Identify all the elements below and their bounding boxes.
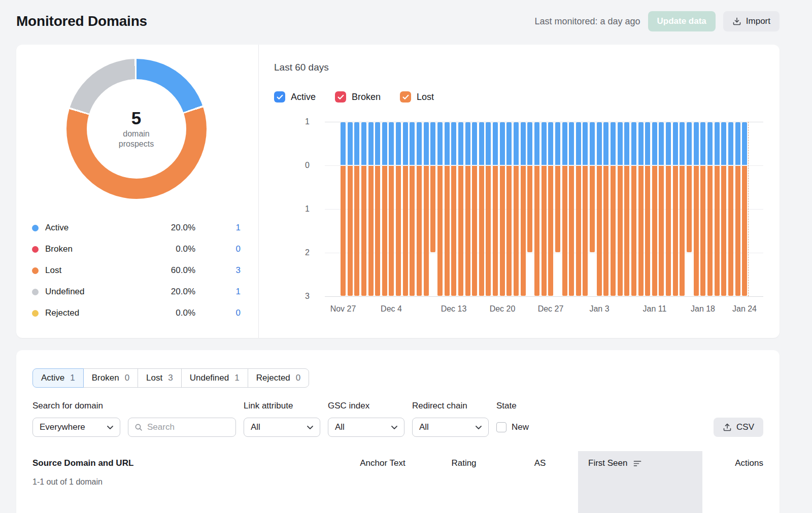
bar-day-28[interactable] xyxy=(534,122,539,296)
bar-day-22[interactable] xyxy=(493,122,498,296)
bar-day-31[interactable] xyxy=(555,122,560,296)
bar-day-46[interactable] xyxy=(659,122,664,296)
bar-day-5[interactable] xyxy=(375,122,380,296)
legend-count-link[interactable]: 1 xyxy=(195,223,241,233)
bar-day-48[interactable] xyxy=(673,122,678,296)
bar-day-0[interactable] xyxy=(341,122,346,296)
bar-day-10[interactable] xyxy=(410,122,415,296)
col-as[interactable]: AS xyxy=(502,458,578,468)
bar-day-35[interactable] xyxy=(583,122,588,296)
tab-label: Broken xyxy=(92,373,119,383)
tab-undefined[interactable]: Undefined1 xyxy=(181,368,248,388)
toggle-broken[interactable]: Broken xyxy=(335,91,381,102)
sort-descending-icon[interactable] xyxy=(633,460,641,467)
current-day-marker xyxy=(748,122,749,296)
bar-day-15[interactable] xyxy=(445,122,450,296)
bar-day-57[interactable] xyxy=(735,122,740,296)
bar-day-8[interactable] xyxy=(396,122,401,296)
bar-day-37[interactable] xyxy=(597,122,602,296)
checkbox-new-box[interactable] xyxy=(496,422,506,432)
tab-lost[interactable]: Lost3 xyxy=(138,368,182,388)
bar-day-45[interactable] xyxy=(652,122,657,296)
bar-day-21[interactable] xyxy=(486,122,491,296)
checkbox-lost-icon[interactable] xyxy=(400,91,411,102)
bar-day-38[interactable] xyxy=(603,122,608,296)
update-data-button[interactable]: Update data xyxy=(648,11,716,31)
checkbox-active-icon[interactable] xyxy=(274,91,285,102)
x-tick-label: Dec 20 xyxy=(490,304,516,314)
bar-day-32[interactable] xyxy=(562,122,567,296)
legend-count-link[interactable]: 0 xyxy=(195,308,241,318)
bar-day-19[interactable] xyxy=(472,122,477,296)
bar-day-4[interactable] xyxy=(368,122,374,296)
bar-day-29[interactable] xyxy=(542,122,547,296)
bar-day-13[interactable] xyxy=(430,122,435,296)
checkbox-broken-icon[interactable] xyxy=(335,91,346,102)
col-anchor-text[interactable]: Anchor Text xyxy=(340,458,426,468)
export-csv-button[interactable]: CSV xyxy=(714,418,763,437)
bar-segment-active xyxy=(354,122,359,165)
bar-day-17[interactable] xyxy=(458,122,463,296)
bar-day-24[interactable] xyxy=(506,122,512,296)
bar-day-55[interactable] xyxy=(721,122,726,296)
col-rating[interactable]: Rating xyxy=(426,458,502,468)
domain-search-input[interactable] xyxy=(147,422,229,432)
donut-legend: Active20.0%1Broken0.0%0Lost60.0%3Undefin… xyxy=(32,217,241,324)
bar-day-53[interactable] xyxy=(707,122,713,296)
bar-day-54[interactable] xyxy=(715,122,720,296)
toggle-active[interactable]: Active xyxy=(274,91,316,102)
bar-day-40[interactable] xyxy=(618,122,623,296)
bar-day-42[interactable] xyxy=(631,122,636,296)
bar-segment-active xyxy=(555,122,560,165)
bar-day-34[interactable] xyxy=(576,122,581,296)
bar-day-33[interactable] xyxy=(569,122,574,296)
bar-day-49[interactable] xyxy=(680,122,685,296)
bar-day-1[interactable] xyxy=(348,122,353,296)
legend-count-link[interactable]: 1 xyxy=(195,287,241,297)
bar-day-2[interactable] xyxy=(354,122,359,296)
import-button[interactable]: Import xyxy=(723,11,780,31)
bar-day-26[interactable] xyxy=(521,122,526,296)
bar-day-47[interactable] xyxy=(666,122,671,296)
bar-day-39[interactable] xyxy=(611,122,616,296)
bar-day-3[interactable] xyxy=(361,122,366,296)
tab-active[interactable]: Active1 xyxy=(32,368,84,388)
bar-day-11[interactable] xyxy=(417,122,422,296)
bar-day-25[interactable] xyxy=(514,122,519,296)
bar-day-30[interactable] xyxy=(548,122,553,296)
bar-day-6[interactable] xyxy=(382,122,387,296)
link-attribute-select[interactable]: All xyxy=(244,418,320,437)
bar-day-7[interactable] xyxy=(389,122,394,296)
bar-day-20[interactable] xyxy=(479,122,484,296)
tab-broken[interactable]: Broken0 xyxy=(83,368,138,388)
bar-day-58[interactable] xyxy=(742,122,747,296)
bar-day-41[interactable] xyxy=(624,122,629,296)
bar-day-23[interactable] xyxy=(500,122,505,296)
bar-day-56[interactable] xyxy=(728,122,733,296)
toggle-lost[interactable]: Lost xyxy=(400,91,434,102)
tab-rejected[interactable]: Rejected0 xyxy=(248,368,310,388)
redirect-chain-select[interactable]: All xyxy=(412,418,489,437)
col-first-seen[interactable]: First Seen xyxy=(578,458,702,468)
bar-day-44[interactable] xyxy=(645,122,650,296)
new-checkbox[interactable]: New xyxy=(496,418,529,437)
bar-day-27[interactable] xyxy=(527,122,532,296)
chart-title: Last 60 days xyxy=(274,62,763,73)
legend-count-link[interactable]: 3 xyxy=(195,265,241,276)
bar-segment-lost xyxy=(555,166,560,252)
bar-day-50[interactable] xyxy=(687,122,692,296)
search-scope-dropdown[interactable]: Everywhere xyxy=(32,418,120,437)
bar-day-9[interactable] xyxy=(403,122,408,296)
legend-count-link[interactable]: 0 xyxy=(195,244,241,254)
gsc-index-select[interactable]: All xyxy=(328,418,404,437)
bar-day-43[interactable] xyxy=(638,122,644,296)
bar-day-18[interactable] xyxy=(465,122,470,296)
col-source-domain[interactable]: Source Domain and URL xyxy=(32,458,340,468)
bar-day-51[interactable] xyxy=(694,122,699,296)
bar-day-14[interactable] xyxy=(437,122,443,296)
bar-day-36[interactable] xyxy=(590,122,595,296)
bar-segment-active xyxy=(583,122,588,165)
bar-day-12[interactable] xyxy=(424,122,429,296)
bar-day-52[interactable] xyxy=(700,122,705,296)
bar-day-16[interactable] xyxy=(451,122,456,296)
